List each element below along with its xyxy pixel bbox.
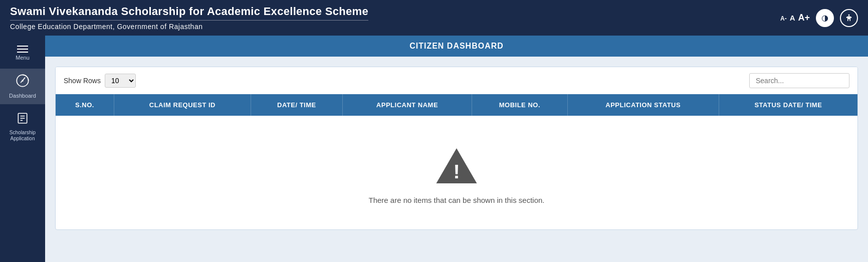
warning-icon: ! [434,146,479,186]
col-header-claim-request-id: CLAIM REQUEST ID [114,94,251,116]
sidebar-item-menu-label: Menu [16,55,30,61]
dashboard-icon [16,74,30,91]
data-table: S.NO. CLAIM REQUEST ID DATE/ TIME APPLIC… [56,94,857,229]
empty-message: There are no items that can be shown in … [368,196,544,204]
sidebar-item-scholarship-label: Scholarship Application [3,130,43,142]
sidebar-item-scholarship[interactable]: Scholarship Application [0,107,45,147]
search-input[interactable] [749,73,849,88]
font-size-small-button[interactable]: A- [780,15,787,22]
empty-state: ! There are no items that can be shown i… [56,116,857,229]
font-size-medium-button[interactable]: A [790,14,795,22]
header-sub-title: College Education Department, Government… [10,20,368,31]
col-header-status-date-time: STATUS DATE/ TIME [719,94,857,116]
table-header-row: S.NO. CLAIM REQUEST ID DATE/ TIME APPLIC… [56,94,857,116]
sidebar-item-dashboard[interactable]: Dashboard [0,69,45,104]
empty-state-row: ! There are no items that can be shown i… [56,116,857,229]
col-header-applicant-name: APPLICANT NAME [342,94,472,116]
menu-icon [17,46,28,53]
col-header-mobile-no: MOBILE NO. [472,94,568,116]
sidebar-item-dashboard-label: Dashboard [9,93,36,99]
table-toolbar: Show Rows 10 25 50 100 [56,67,857,94]
header-controls: A- A A+ ◑ [780,9,858,27]
accessibility-icon [844,14,853,23]
font-size-large-button[interactable]: A+ [798,13,810,23]
col-header-date-time: DATE/ TIME [251,94,342,116]
svg-point-0 [848,14,850,16]
dashboard-bar: CITIZEN DASHBOARD [45,36,868,57]
svg-text:!: ! [453,160,460,182]
table-header: S.NO. CLAIM REQUEST ID DATE/ TIME APPLIC… [56,94,857,116]
show-rows-label: Show Rows [64,77,101,85]
svg-point-4 [22,80,24,82]
show-rows-control: Show Rows 10 25 50 100 [64,74,136,88]
font-size-controls: A- A A+ [780,13,810,23]
content-area: CITIZEN DASHBOARD Show Rows 10 25 50 100 [45,36,868,262]
rows-per-page-select[interactable]: 10 25 50 100 [105,74,136,88]
header-title-block: Swami Vivekananda Scholarship for Academ… [10,5,368,31]
col-header-application-status: APPLICATION STATUS [567,94,719,116]
accessibility-button[interactable] [840,9,858,27]
main-content: Show Rows 10 25 50 100 S.NO. [45,57,868,262]
scholarship-icon [16,112,29,128]
empty-state-cell: ! There are no items that can be shown i… [56,116,857,229]
table-body: ! There are no items that can be shown i… [56,116,857,229]
top-header: Swami Vivekananda Scholarship for Academ… [0,0,868,36]
main-layout: Menu Dashboard [0,36,868,262]
table-container: Show Rows 10 25 50 100 S.NO. [55,67,858,230]
contrast-toggle-button[interactable]: ◑ [816,9,834,27]
header-main-title: Swami Vivekananda Scholarship for Academ… [10,5,368,18]
col-header-sno: S.NO. [56,94,114,116]
sidebar-item-menu[interactable]: Menu [0,41,45,66]
sidebar: Menu Dashboard [0,36,45,262]
